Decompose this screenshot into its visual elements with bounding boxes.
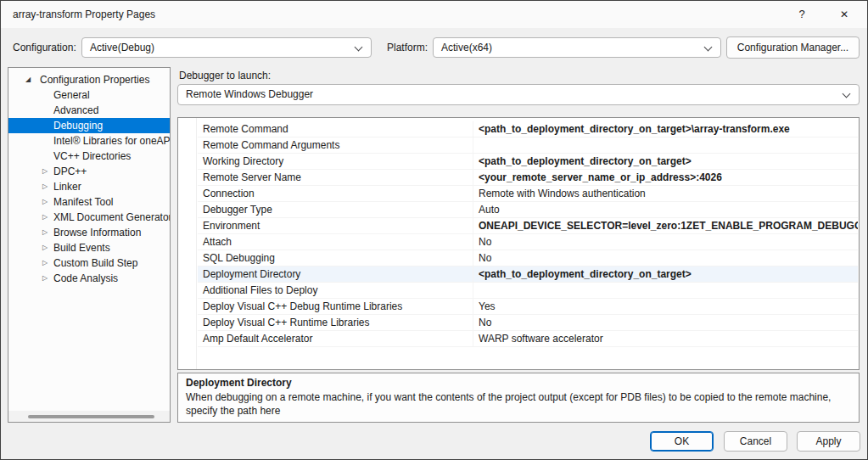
tree-expander-icon[interactable]: ◢ bbox=[25, 72, 31, 87]
property-row[interactable]: Deploy Visual C++ Debug Runtime Librarie… bbox=[198, 299, 858, 315]
tree-item[interactable]: VC++ Directories bbox=[8, 149, 170, 164]
tree-expander-icon[interactable]: ▷ bbox=[42, 225, 48, 240]
property-value[interactable]: Auto bbox=[473, 202, 858, 217]
property-grid-rows: Remote Command <path_to_deployment_direc… bbox=[198, 121, 858, 347]
property-row[interactable]: Remote Command <path_to_deployment_direc… bbox=[198, 121, 858, 137]
property-description-panel: Deployment Directory When debugging on a… bbox=[177, 373, 860, 423]
tree-item[interactable]: Debugging bbox=[8, 118, 170, 133]
property-row[interactable]: Remote Server Name <your_remote_server_n… bbox=[198, 170, 858, 186]
tree-item-label: Code Analysis bbox=[53, 271, 118, 286]
tree-item[interactable]: ▷ Browse Information bbox=[8, 225, 170, 240]
dialog-title: array-transform Property Pages bbox=[13, 8, 155, 20]
tree-item[interactable]: Advanced bbox=[8, 103, 170, 118]
property-value[interactable]: <your_remote_server_name_or_ip_address>:… bbox=[473, 170, 858, 185]
tree-item-label: DPC++ bbox=[53, 164, 87, 179]
property-name: Deployment Directory bbox=[198, 266, 473, 282]
debugger-to-launch-label: Debugger to launch: bbox=[179, 70, 271, 81]
properties-tree: ◢ Configuration Properties General Advan… bbox=[8, 67, 171, 423]
tree-item-label: Browse Information bbox=[53, 225, 141, 240]
property-name: Working Directory bbox=[198, 154, 473, 169]
property-value[interactable]: <path_to_deployment_directory_on_target> bbox=[473, 154, 858, 169]
tree-item[interactable]: ▷ Code Analysis bbox=[8, 271, 170, 286]
description-title: Deployment Directory bbox=[186, 377, 851, 389]
ok-button[interactable]: OK bbox=[650, 431, 714, 452]
property-name: Debugger Type bbox=[198, 202, 473, 217]
tree-item-label: Build Events bbox=[53, 240, 110, 255]
property-value[interactable]: <path_to_deployment_directory_on_target>… bbox=[473, 121, 858, 137]
tree-item[interactable]: ▷ DPC++ bbox=[8, 164, 170, 179]
tree-expander-icon[interactable]: ▷ bbox=[42, 271, 48, 286]
tree-item-label: Configuration Properties bbox=[40, 72, 149, 87]
property-row[interactable]: Remote Command Arguments bbox=[198, 137, 858, 154]
close-icon: ✕ bbox=[840, 8, 848, 20]
tree-item-label: Linker bbox=[53, 179, 81, 194]
property-value[interactable]: No bbox=[473, 315, 858, 330]
property-value[interactable]: <path_to_deployment_directory_on_target> bbox=[473, 266, 858, 282]
property-name: Deploy Visual C++ Debug Runtime Librarie… bbox=[198, 299, 473, 314]
cancel-button[interactable]: Cancel bbox=[724, 431, 787, 452]
debugger-value: Remote Windows Debugger bbox=[186, 88, 313, 100]
tree-item-label: XML Document Generator bbox=[53, 210, 171, 225]
platform-select[interactable]: Active(x64) bbox=[433, 37, 721, 58]
tree-item[interactable]: Intel® Libraries for oneAPI bbox=[8, 133, 170, 149]
platform-value: Active(x64) bbox=[441, 42, 492, 53]
tree-item[interactable]: ▷ Build Events bbox=[8, 240, 170, 255]
configuration-value: Active(Debug) bbox=[90, 42, 154, 53]
tree-item[interactable]: General bbox=[8, 87, 170, 103]
property-name: Remote Server Name bbox=[198, 170, 473, 185]
property-row[interactable]: Amp Default Accelerator WARP software ac… bbox=[198, 331, 858, 347]
property-row[interactable]: Deploy Visual C++ Runtime Libraries No bbox=[198, 315, 858, 331]
apply-button[interactable]: Apply bbox=[797, 431, 860, 452]
property-row[interactable]: Additional Files to Deploy bbox=[198, 283, 858, 299]
tree-expander-icon[interactable]: ▷ bbox=[42, 179, 48, 194]
property-value[interactable]: No bbox=[473, 234, 858, 250]
property-row[interactable]: SQL Debugging No bbox=[198, 250, 858, 266]
property-name: Remote Command bbox=[198, 121, 473, 137]
tree-item[interactable]: ▷ Linker bbox=[8, 179, 170, 194]
property-row[interactable]: Connection Remote with Windows authentic… bbox=[198, 186, 858, 202]
property-row[interactable]: Debugger Type Auto bbox=[198, 202, 858, 218]
property-row[interactable]: Environment ONEAPI_DEVICE_SELECTOR=level… bbox=[198, 218, 858, 234]
chevron-down-icon bbox=[355, 43, 363, 52]
help-button[interactable]: ? bbox=[784, 1, 820, 28]
debugger-select[interactable]: Remote Windows Debugger bbox=[177, 84, 860, 105]
property-name: Additional Files to Deploy bbox=[198, 283, 473, 298]
property-row[interactable]: Working Directory <path_to_deployment_di… bbox=[198, 154, 858, 170]
configuration-manager-button[interactable]: Configuration Manager... bbox=[726, 36, 860, 59]
close-button[interactable]: ✕ bbox=[826, 1, 862, 28]
tree-item-label: Intel® Libraries for oneAPI bbox=[53, 133, 171, 149]
configuration-select[interactable]: Active(Debug) bbox=[81, 37, 372, 58]
property-value[interactable] bbox=[473, 283, 858, 298]
tree-expander-icon[interactable]: ▷ bbox=[42, 164, 48, 179]
scrollbar-thumb[interactable] bbox=[28, 415, 154, 418]
tree-expander-icon[interactable]: ▷ bbox=[42, 255, 48, 271]
property-value[interactable]: Remote with Windows authentication bbox=[473, 186, 858, 201]
tree-item-label: VC++ Directories bbox=[53, 149, 131, 164]
tree-item[interactable]: ▷ Custom Build Step bbox=[8, 255, 170, 271]
tree-horizontal-scrollbar[interactable] bbox=[8, 411, 170, 422]
property-value[interactable]: No bbox=[473, 250, 858, 266]
chevron-down-icon bbox=[704, 43, 713, 52]
tree-item[interactable]: ◢ Configuration Properties bbox=[8, 72, 170, 87]
property-value[interactable] bbox=[473, 137, 858, 153]
tree-expander-icon[interactable]: ▷ bbox=[42, 240, 48, 255]
tree-expander-icon[interactable]: ▷ bbox=[42, 194, 48, 210]
property-pages-dialog: array-transform Property Pages ? ✕ Confi… bbox=[0, 0, 868, 460]
chevron-down-icon bbox=[843, 90, 851, 98]
property-value[interactable]: ONEAPI_DEVICE_SELECTOR=level_zero:1ZET_E… bbox=[473, 218, 858, 233]
property-name: Amp Default Accelerator bbox=[198, 331, 473, 346]
property-name: Attach bbox=[198, 234, 473, 250]
tree-item-label: Debugging bbox=[53, 118, 103, 133]
tree-item[interactable]: ▷ XML Document Generator bbox=[8, 210, 170, 225]
property-name: Connection bbox=[198, 186, 473, 201]
property-name: Deploy Visual C++ Runtime Libraries bbox=[198, 315, 473, 330]
platform-label: Platform: bbox=[387, 42, 428, 53]
tree-item-label: Advanced bbox=[53, 103, 98, 118]
property-value[interactable]: Yes bbox=[473, 299, 858, 314]
tree-item[interactable]: ▷ Manifest Tool bbox=[8, 194, 170, 210]
property-value[interactable]: WARP software accelerator bbox=[473, 331, 858, 346]
property-row[interactable]: Attach No bbox=[198, 234, 858, 250]
help-icon: ? bbox=[798, 8, 804, 20]
property-row[interactable]: Deployment Directory <path_to_deployment… bbox=[198, 266, 858, 283]
tree-expander-icon[interactable]: ▷ bbox=[42, 210, 48, 225]
